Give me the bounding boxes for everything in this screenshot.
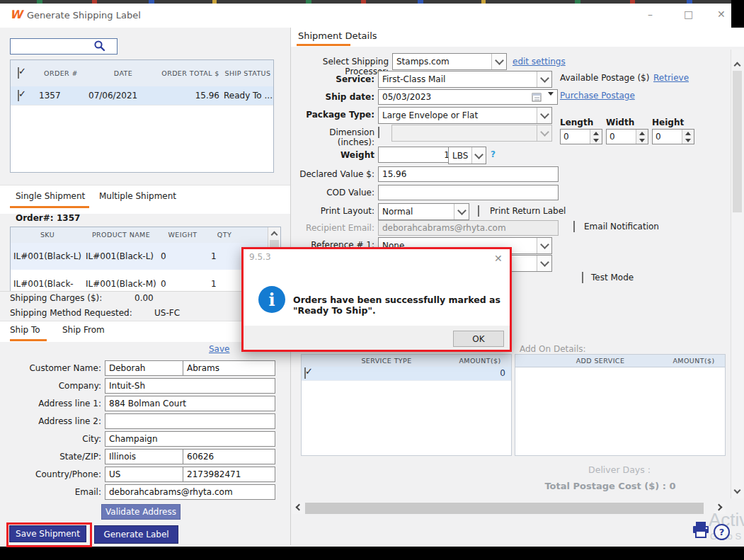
chevron-down-icon[interactable] — [537, 72, 551, 87]
vscroll-down-button[interactable] — [731, 484, 743, 498]
print-layout-dropdown[interactable]: Normal — [378, 203, 469, 220]
email-field[interactable]: deborahcabrams@rhyta.com — [105, 484, 275, 500]
name-1: IL#001(Black-L) — [86, 251, 154, 261]
tab-ship-from[interactable]: Ship From — [62, 325, 105, 335]
city-field[interactable]: Champaign — [105, 431, 275, 447]
hscroll-left-button[interactable] — [292, 503, 304, 514]
tab-single-shipment[interactable]: Single Shipment — [16, 191, 85, 201]
purchase-postage-link[interactable]: Purchase Postage — [560, 91, 635, 101]
order-row[interactable]: 1357 07/06/2021 15.96 Ready To ... — [11, 86, 273, 105]
order-row-checkbox[interactable] — [18, 90, 19, 101]
step-up-icon[interactable] — [682, 130, 694, 137]
close-button[interactable]: ✕ — [717, 8, 726, 20]
tab-ship-to-underline — [10, 339, 47, 341]
recipient-email-field: deborahcabrams@rhyta.com — [378, 220, 559, 236]
dimension-checkbox[interactable] — [378, 127, 379, 138]
retrieve-link[interactable]: Retrieve — [653, 73, 689, 83]
validate-address-button[interactable]: Validate Address — [101, 504, 181, 520]
ship-date-field[interactable]: 05/03/2023 — [378, 89, 558, 105]
print-return-label-checkbox[interactable] — [478, 205, 479, 217]
dialog-close-icon[interactable]: ✕ — [494, 253, 503, 264]
service-row-checkbox[interactable] — [304, 367, 306, 379]
country-field[interactable]: US — [105, 467, 188, 482]
shipping-charges-value: 0.00 — [135, 293, 154, 303]
email-notification-checkbox[interactable] — [573, 221, 575, 232]
length-stepper[interactable]: 0 — [560, 129, 602, 144]
sku-col-sku[interactable]: SKU — [11, 227, 84, 243]
add-service-col[interactable]: ADD SERVICE — [537, 355, 664, 367]
sku-col-name[interactable]: PRODUCT NAME — [84, 227, 158, 243]
step-down-icon[interactable] — [590, 137, 602, 144]
help-icon[interactable]: ? — [714, 524, 730, 540]
service-type-col[interactable]: SERVICE TYPE — [323, 355, 450, 367]
vscroll-thumb[interactable] — [733, 71, 742, 212]
package-type-dropdown[interactable]: Large Envelope or Flat — [378, 107, 552, 124]
shipping-charges-label: Shipping Charges ($): — [10, 293, 102, 303]
edit-settings-link[interactable]: edit settings — [513, 57, 566, 67]
save-shipment-button[interactable]: Save Shipment — [9, 525, 86, 542]
step-down-icon[interactable] — [682, 137, 694, 144]
calendar-icon[interactable] — [532, 92, 542, 104]
sku-col-qty[interactable]: QTY — [207, 227, 241, 243]
hscroll-thumb[interactable] — [305, 503, 704, 514]
height-stepper[interactable]: 0 — [652, 129, 694, 144]
vscroll-up-button[interactable] — [731, 50, 743, 68]
chevron-down-icon[interactable] — [537, 238, 551, 253]
processor-dropdown[interactable]: Stamps.com — [392, 53, 507, 70]
maximize-button[interactable]: □ — [684, 8, 693, 20]
chevron-down-icon[interactable] — [537, 108, 551, 123]
select-all-checkbox[interactable] — [18, 67, 19, 79]
step-up-icon[interactable] — [636, 130, 648, 137]
sku-row-2[interactable]: IL#001(Black- IL#001(Black-M) 0 1 — [11, 270, 268, 292]
ok-button[interactable]: OK — [453, 331, 504, 347]
service-amount-col[interactable]: AMOUNT($) — [450, 355, 510, 367]
chevron-down-icon[interactable] — [471, 147, 486, 164]
recipient-email-label: Recipient Email: — [297, 223, 374, 233]
company-field[interactable]: Intuit-Sh — [105, 378, 275, 394]
date-dropdown-icon[interactable] — [548, 96, 554, 105]
zip-field[interactable]: 60626 — [183, 449, 275, 464]
phone-field[interactable]: 2173982471 — [183, 467, 275, 482]
sku-col-weight[interactable]: WEIGHT — [158, 227, 207, 243]
orders-col-order[interactable]: ORDER # — [34, 60, 88, 86]
cod-value-field[interactable] — [378, 185, 559, 200]
vscroll-track[interactable] — [731, 50, 743, 498]
search-icon[interactable] — [93, 40, 105, 52]
chevron-down-icon[interactable] — [537, 256, 551, 271]
length-label: Length — [560, 118, 593, 127]
email-notification-text: Email Notification — [584, 222, 659, 232]
orders-col-status[interactable]: SHIP STATUS — [222, 60, 273, 86]
chevron-down-icon[interactable] — [491, 54, 506, 69]
weight-unit-dropdown[interactable]: LBS — [448, 147, 486, 164]
weight-field[interactable]: 1 — [378, 147, 454, 163]
last-name-field[interactable]: Abrams — [183, 360, 275, 376]
address1-field[interactable]: 884 Bolman Court — [105, 396, 275, 411]
generate-label-button[interactable]: Generate Label — [94, 525, 178, 544]
service-dropdown[interactable]: First-Class Mail — [378, 71, 552, 88]
declared-value-field[interactable]: 15.96 — [378, 166, 559, 182]
test-mode-checkbox[interactable] — [582, 272, 583, 283]
tab-ship-to[interactable]: Ship To — [10, 325, 40, 335]
orders-col-date[interactable]: DATE — [88, 60, 159, 86]
sku-scroll-up-icon[interactable] — [268, 227, 280, 239]
minimize-button[interactable]: – — [648, 8, 653, 20]
city-label: City: — [14, 434, 101, 444]
step-up-icon[interactable] — [590, 130, 602, 137]
chevron-down-icon[interactable] — [454, 204, 469, 219]
save-address-link[interactable]: Save — [209, 344, 229, 354]
width-stepper[interactable]: 0 — [606, 129, 648, 144]
print-icon[interactable] — [692, 520, 710, 539]
add-amount-col[interactable]: AMOUNT($) — [664, 355, 723, 367]
weight-help-link[interactable]: ? — [491, 149, 496, 159]
sku-table-header: SKU PRODUCT NAME WEIGHT QTY — [11, 227, 268, 244]
first-name-field[interactable]: Deborah — [105, 360, 188, 376]
orders-col-total[interactable]: ORDER TOTAL $ — [159, 60, 222, 86]
add-service-header: ADD SERVICE AMOUNT($) — [515, 355, 725, 367]
tab-shipment-details[interactable]: Shipment Details — [298, 30, 377, 41]
service-type-row[interactable]: 0 — [302, 367, 511, 381]
tab-multiple-shipment[interactable]: Multiple Shipment — [99, 191, 176, 201]
sku-row-1[interactable]: IL#001(Black-L) IL#001(Black-L) 0 1 — [11, 243, 268, 270]
step-down-icon[interactable] — [636, 137, 648, 144]
state-field[interactable]: Illinois — [105, 449, 188, 464]
address2-field[interactable] — [105, 413, 275, 429]
